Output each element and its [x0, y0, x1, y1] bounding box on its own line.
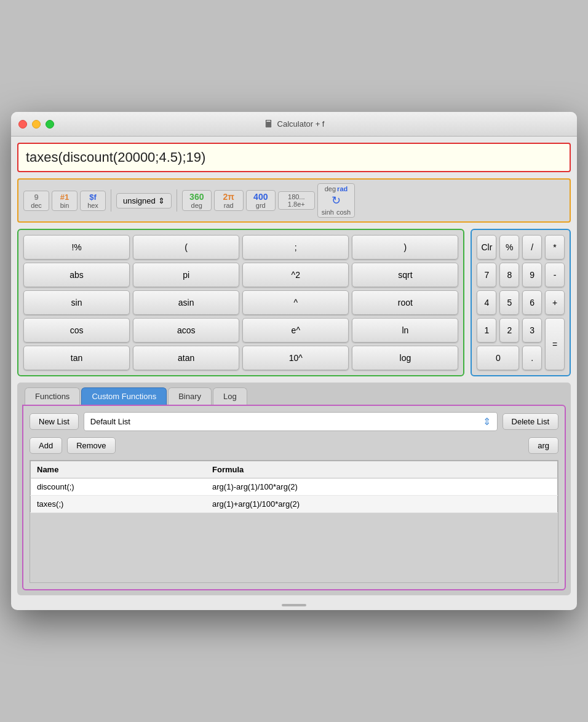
list-select[interactable]: Default List ⇕	[84, 412, 498, 431]
display-value: taxes(discount(20000;4.5);19)	[26, 149, 205, 165]
sci-btn-abs[interactable]: abs	[23, 263, 130, 287]
display[interactable]: taxes(discount(20000;4.5);19)	[17, 143, 571, 172]
arg-button[interactable]: arg	[528, 437, 558, 454]
num-btn-percent[interactable]: %	[499, 235, 519, 260]
num-btn-clr[interactable]: Clr	[477, 235, 496, 260]
sci-btn-log[interactable]: log	[352, 346, 458, 370]
num-pad: Clr % / * 7 8 9 - 4 5 6 + 1 2 3 = 0 .	[471, 229, 571, 376]
rad-angle-button[interactable]: 2π rad	[214, 190, 244, 211]
new-list-button[interactable]: New List	[30, 413, 79, 430]
sci-btn-root[interactable]: root	[352, 290, 458, 315]
sci-btn-square[interactable]: ^2	[242, 263, 349, 287]
deg-angle-button[interactable]: 360 deg	[182, 190, 212, 211]
notation-button[interactable]: 180... 1.8e+	[278, 191, 315, 210]
sci-btn-semicolon[interactable]: ;	[242, 235, 349, 260]
tab-functions[interactable]: Functions	[25, 387, 80, 405]
mode-bar: 9 dec #1 bin $f hex unsigned ⇕ 360 deg	[17, 178, 571, 223]
sci-btn-asin[interactable]: asin	[133, 290, 239, 315]
remove-button[interactable]: Remove	[67, 437, 115, 454]
num-btn-2[interactable]: 2	[499, 318, 519, 343]
tab-bar: Functions Custom Functions Binary Log	[17, 383, 571, 405]
sci-btn-sqrt[interactable]: sqrt	[352, 263, 458, 287]
func-controls: Add Remove arg	[30, 437, 558, 454]
num-btn-3[interactable]: 3	[522, 318, 542, 343]
num-btn-7[interactable]: 7	[477, 263, 496, 287]
custom-functions-panel: New List Default List ⇕ Delete List Add …	[22, 405, 566, 590]
unsigned-button[interactable]: unsigned ⇕	[116, 193, 172, 208]
num-btn-equals[interactable]: =	[545, 318, 565, 370]
close-button[interactable]	[18, 120, 27, 129]
grd-angle-button[interactable]: 400 grd	[246, 190, 276, 211]
calculator-window: 🖩 Calculator + f taxes(discount(20000;4.…	[11, 112, 577, 610]
separator-1	[111, 189, 111, 212]
num-btn-8[interactable]: 8	[499, 263, 519, 287]
num-btn-plus[interactable]: +	[545, 290, 565, 315]
function-table-wrapper: Name Formula discount(;)arg(1)-arg(1)/10…	[30, 460, 558, 583]
chevron-up-down-icon: ⇕	[158, 196, 165, 205]
col-header-formula: Formula	[206, 461, 557, 478]
add-button[interactable]: Add	[30, 437, 62, 454]
tab-binary[interactable]: Binary	[168, 387, 212, 405]
num-btn-dot[interactable]: .	[522, 346, 542, 370]
sci-btn-atan[interactable]: atan	[133, 346, 239, 370]
tab-custom-functions[interactable]: Custom Functions	[81, 387, 167, 405]
func-formula-cell: arg(1)-arg(1)/100*arg(2)	[206, 478, 557, 496]
list-controls: New List Default List ⇕ Delete List	[30, 412, 558, 431]
window-title: 🖩 Calculator + f	[264, 119, 325, 130]
chevron-updown-icon: ⇕	[483, 416, 491, 427]
sci-btn-epow[interactable]: e^	[242, 318, 349, 343]
function-table: Name Formula discount(;)arg(1)-arg(1)/10…	[30, 461, 558, 513]
tab-log[interactable]: Log	[213, 387, 247, 405]
resize-handle[interactable]	[11, 601, 577, 610]
number-mode-group: 9 dec #1 bin $f hex	[23, 191, 106, 211]
num-btn-multiply[interactable]: *	[545, 235, 565, 260]
calc-body: !% ( ; ) abs pi ^2 sqrt sin asin ^ root …	[17, 229, 571, 376]
bin-mode-button[interactable]: #1 bin	[52, 191, 77, 211]
sci-btn-ln[interactable]: ln	[352, 318, 458, 343]
num-btn-5[interactable]: 5	[499, 290, 519, 315]
sci-btn-open-paren[interactable]: (	[133, 235, 239, 260]
hex-mode-button[interactable]: $f hex	[80, 191, 106, 211]
sci-btn-tan[interactable]: tan	[23, 346, 130, 370]
func-name-cell: taxes(;)	[31, 496, 207, 513]
hyp-button[interactable]: deg rad ↻ sinh cosh	[317, 183, 355, 218]
table-row[interactable]: taxes(;)arg(1)+arg(1)/100*arg(2)	[31, 496, 558, 513]
minimize-button[interactable]	[32, 120, 41, 129]
num-btn-divide[interactable]: /	[522, 235, 542, 260]
maximize-button[interactable]	[46, 120, 54, 129]
sci-pad: !% ( ; ) abs pi ^2 sqrt sin asin ^ root …	[17, 229, 464, 376]
titlebar: 🖩 Calculator + f	[11, 112, 577, 137]
table-row[interactable]: discount(;)arg(1)-arg(1)/100*arg(2)	[31, 478, 558, 496]
num-btn-6[interactable]: 6	[522, 290, 542, 315]
num-btn-0[interactable]: 0	[477, 346, 519, 370]
func-name-cell: discount(;)	[31, 478, 207, 496]
delete-list-button[interactable]: Delete List	[503, 413, 558, 430]
num-btn-4[interactable]: 4	[477, 290, 496, 315]
func-formula-cell: arg(1)+arg(1)/100*arg(2)	[206, 496, 557, 513]
sci-btn-sin[interactable]: sin	[23, 290, 130, 315]
sci-btn-close-paren[interactable]: )	[352, 235, 458, 260]
sci-btn-percent[interactable]: !%	[23, 235, 130, 260]
angle-mode-group: 360 deg 2π rad 400 grd	[182, 190, 276, 211]
bottom-panel: Functions Custom Functions Binary Log Ne…	[17, 383, 571, 595]
sci-btn-pi[interactable]: pi	[133, 263, 239, 287]
num-btn-1[interactable]: 1	[477, 318, 496, 343]
sci-btn-acos[interactable]: acos	[133, 318, 239, 343]
num-btn-9[interactable]: 9	[522, 263, 542, 287]
dec-mode-button[interactable]: 9 dec	[23, 191, 49, 211]
sci-btn-power[interactable]: ^	[242, 290, 349, 315]
traffic-lights	[18, 120, 54, 129]
separator-2	[177, 189, 177, 212]
calculator-icon: 🖩	[264, 119, 274, 130]
sci-btn-tenpow[interactable]: 10^	[242, 346, 349, 370]
col-header-name: Name	[31, 461, 207, 478]
num-btn-minus[interactable]: -	[545, 263, 565, 287]
sci-btn-cos[interactable]: cos	[23, 318, 130, 343]
